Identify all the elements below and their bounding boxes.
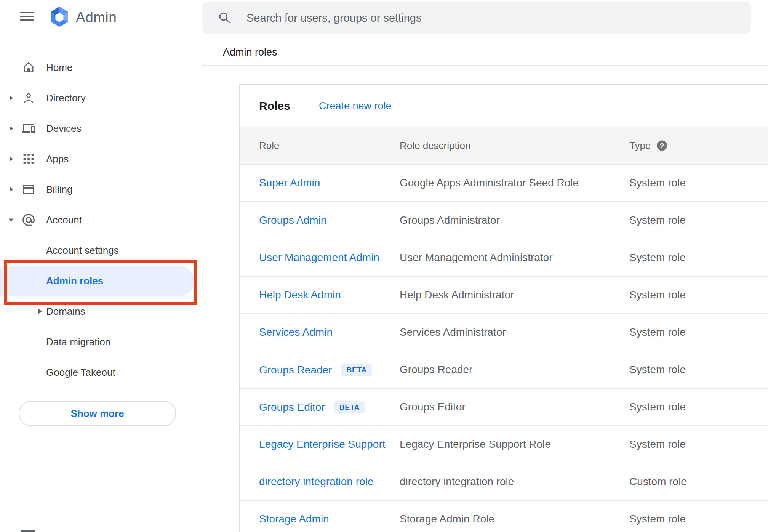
sidebar-item-label: Apps — [46, 153, 69, 165]
hamburger-menu-icon[interactable] — [20, 12, 34, 21]
role-description: Groups Editor — [400, 401, 466, 413]
sidebar-item-account-settings[interactable]: Account settings — [0, 235, 202, 266]
sidebar-item-account[interactable]: Account — [0, 205, 202, 235]
sidebar-item-label: Account settings — [46, 245, 119, 256]
apps-icon — [21, 152, 36, 166]
role-type: System role — [629, 438, 686, 450]
role-description: User Management Administrator — [400, 252, 553, 264]
table-row: User Management AdminUser Management Adm… — [240, 239, 768, 277]
billing-icon — [21, 182, 36, 197]
table-row: directory integration roledirectory inte… — [240, 463, 768, 501]
devices-icon — [21, 121, 36, 136]
app-name: Admin — [76, 10, 117, 26]
sidebar-item-label: Devices — [46, 123, 81, 135]
column-header-type: Type — [629, 140, 651, 152]
sidebar-item-admin-roles[interactable]: Admin roles — [0, 266, 194, 296]
sidebar-item-domains[interactable]: Domains — [0, 296, 202, 327]
role-type: System role — [629, 513, 686, 525]
role-type: System role — [629, 326, 686, 338]
table-row: Groups AdminGroups AdministratorSystem r… — [240, 202, 768, 239]
role-link[interactable]: Storage Admin — [259, 513, 329, 525]
roles-table-body: Super AdminGoogle Apps Administrator See… — [240, 165, 768, 532]
role-link[interactable]: Help Desk Admin — [259, 289, 341, 301]
role-description: Groups Administrator — [400, 214, 500, 226]
column-header-role-description: Role description — [400, 140, 470, 152]
show-more-button[interactable]: Show more — [19, 401, 176, 426]
chevron-right-icon[interactable] — [8, 125, 14, 132]
role-type: System role — [629, 289, 686, 301]
table-header-row: Role Role description Type ? — [240, 127, 768, 165]
sidebar-item-directory[interactable]: Directory — [0, 83, 202, 113]
chevron-right-icon[interactable] — [8, 186, 14, 193]
chevron-right-icon[interactable] — [37, 308, 43, 315]
role-link[interactable]: Legacy Enterprise Support — [259, 438, 386, 450]
role-description: Help Desk Administrator — [400, 289, 514, 301]
sidebar: Admin HomeDirectoryDevicesAppsBillingAcc… — [0, 0, 202, 532]
role-link[interactable]: directory integration role — [259, 476, 373, 487]
sidebar-item-label: Google Takeout — [46, 367, 115, 378]
table-row: Groups ReaderBETAGroups ReaderSystem rol… — [240, 351, 768, 389]
chevron-right-icon[interactable] — [8, 94, 14, 102]
role-link[interactable]: Super Admin — [259, 177, 320, 189]
table-row: Help Desk AdminHelp Desk AdministratorSy… — [240, 277, 768, 314]
chevron-down-icon[interactable] — [8, 216, 14, 224]
partial-bottom-icon — [21, 530, 35, 532]
role-link[interactable]: Groups Editor — [259, 401, 325, 413]
table-row: Groups EditorBETAGroups EditorSystem rol… — [240, 389, 768, 426]
sidebar-item-label: Account — [46, 214, 82, 226]
role-type: System role — [629, 252, 686, 264]
search-icon — [218, 11, 231, 24]
breadcrumb-divider — [202, 65, 768, 66]
beta-badge: BETA — [341, 364, 372, 376]
sidebar-item-label: Admin roles — [46, 275, 103, 287]
google-admin-console: Admin roles Roles Create new role Role R… — [0, 0, 768, 532]
role-description: Storage Admin Role — [400, 513, 494, 525]
admin-hexagon-logo-icon — [49, 6, 70, 29]
sidebar-item-label: Directory — [46, 92, 86, 104]
roles-panel-header: Roles Create new role — [240, 85, 768, 127]
role-link[interactable]: Groups Admin — [259, 214, 326, 226]
breadcrumb: Admin roles — [223, 46, 277, 58]
sidebar-item-label: Domains — [46, 306, 85, 317]
sidebar-item-home[interactable]: Home — [0, 52, 202, 83]
sidebar-nav: HomeDirectoryDevicesAppsBillingAccountAc… — [0, 52, 202, 388]
search-bar — [202, 2, 751, 34]
role-type: System role — [629, 214, 686, 226]
role-link[interactable]: User Management Admin — [259, 252, 379, 263]
role-description: Google Apps Administrator Seed Role — [400, 177, 579, 189]
role-description: directory integration role — [400, 476, 514, 488]
create-new-role-link[interactable]: Create new role — [319, 100, 392, 112]
sidebar-divider — [0, 513, 194, 513]
table-row: Storage AdminStorage Admin RoleSystem ro… — [240, 501, 768, 532]
role-type: Custom role — [629, 476, 687, 488]
role-type: System role — [629, 401, 686, 413]
table-row: Services AdminServices AdministratorSyst… — [240, 314, 768, 351]
role-type: System role — [629, 364, 686, 376]
sidebar-item-devices[interactable]: Devices — [0, 113, 202, 144]
admin-logo[interactable]: Admin — [49, 6, 117, 29]
beta-badge: BETA — [334, 401, 365, 413]
account-icon — [21, 213, 36, 227]
role-description: Legacy Enterprise Support Role — [400, 438, 551, 450]
column-header-role: Role — [259, 140, 279, 152]
sidebar-item-label: Home — [46, 62, 72, 74]
sidebar-item-google-takeout[interactable]: Google Takeout — [0, 357, 202, 388]
table-row: Legacy Enterprise SupportLegacy Enterpri… — [240, 426, 768, 463]
sidebar-item-label: Billing — [46, 184, 72, 195]
sidebar-item-billing[interactable]: Billing — [0, 174, 202, 205]
home-icon — [21, 60, 36, 75]
directory-icon — [21, 91, 36, 105]
panel-title: Roles — [259, 99, 290, 112]
help-icon[interactable]: ? — [657, 141, 667, 151]
role-description: Services Administrator — [400, 326, 506, 338]
sidebar-item-apps[interactable]: Apps — [0, 144, 202, 174]
sidebar-item-label: Data migration — [46, 336, 110, 348]
role-link[interactable]: Groups Reader — [259, 364, 332, 376]
role-description: Groups Reader — [400, 364, 472, 376]
sidebar-item-data-migration[interactable]: Data migration — [0, 327, 202, 357]
chevron-right-icon[interactable] — [8, 155, 14, 163]
role-link[interactable]: Services Admin — [259, 326, 333, 338]
roles-panel: Roles Create new role Role Role descript… — [239, 84, 768, 532]
table-row: Super AdminGoogle Apps Administrator See… — [240, 165, 768, 202]
search-input[interactable] — [246, 2, 735, 34]
